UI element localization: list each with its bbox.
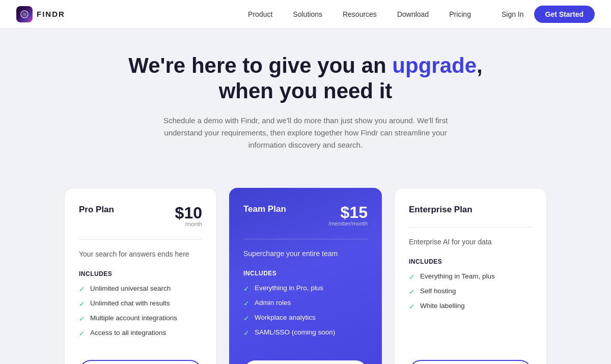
- plan-name-pro: Pro Plan: [79, 205, 114, 215]
- feature-text-ent-1: Everything in Team, plus: [420, 272, 495, 280]
- card-divider-enterprise: [409, 227, 532, 228]
- feature-team-2: ✓ Admin roles: [243, 299, 368, 307]
- includes-label-team: INCLUDES: [243, 270, 368, 277]
- feature-team-1: ✓ Everything in Pro, plus: [243, 284, 368, 293]
- pricing-card-pro: Pro Plan $10 /month Your search for answ…: [64, 188, 217, 364]
- feature-ent-1: ✓ Everything in Team, plus: [409, 272, 532, 281]
- card-divider-pro: [79, 239, 202, 240]
- feature-text-team-1: Everything in Pro, plus: [255, 284, 323, 292]
- price-block-pro: $10 /month: [175, 205, 202, 227]
- feature-text-ent-2: Self hosting: [420, 287, 456, 295]
- check-icon: ✓: [409, 273, 415, 281]
- features-list-team: ✓ Everything in Pro, plus ✓ Admin roles …: [243, 284, 368, 344]
- card-divider-team: [243, 239, 368, 239]
- feature-text-ent-3: White labelling: [420, 302, 465, 310]
- get-started-button[interactable]: Get Started: [534, 6, 595, 23]
- check-icon: ✓: [409, 302, 415, 311]
- hero-title-comma: ,: [477, 53, 483, 77]
- feature-text-team-3: Workplace analytics: [255, 314, 316, 321]
- check-icon: ✓: [79, 315, 85, 323]
- features-list-enterprise: ✓ Everything in Team, plus ✓ Self hostin…: [409, 272, 532, 344]
- price-amount-team: $15: [341, 203, 368, 221]
- nav-product[interactable]: Product: [248, 10, 272, 18]
- feature-text-pro-1: Unlimited universal search: [90, 285, 171, 292]
- hero-subtitle: Schedule a demo with Findr, and we'll do…: [148, 115, 463, 151]
- nav-resources[interactable]: Resources: [343, 10, 377, 18]
- check-icon: ✓: [79, 300, 85, 308]
- check-icon: ✓: [243, 314, 249, 322]
- feature-text-pro-4: Access to all integrations: [90, 329, 166, 337]
- check-icon: ✓: [409, 288, 415, 296]
- pricing-section: Pro Plan $10 /month Your search for answ…: [0, 167, 611, 364]
- check-icon: ✓: [243, 299, 249, 307]
- check-icon: ✓: [79, 285, 85, 293]
- check-icon: ✓: [243, 285, 249, 293]
- check-icon: ✓: [243, 329, 249, 337]
- nav-pricing[interactable]: Pricing: [449, 10, 471, 18]
- logo-inner-circle: [20, 10, 29, 18]
- feature-pro-4: ✓ Access to all integrations: [79, 329, 202, 338]
- plan-name-enterprise: Enterprise Plan: [409, 205, 473, 215]
- logo-text: FINDR: [37, 10, 65, 18]
- feature-pro-3: ✓ Multiple account integrations: [79, 314, 202, 323]
- card-header-enterprise: Enterprise Plan: [409, 205, 532, 215]
- nav-right: Sign In Get Started: [502, 6, 595, 23]
- nav-download[interactable]: Download: [397, 10, 429, 18]
- includes-label-enterprise: INCLUDES: [409, 258, 532, 265]
- nav-links: Product Solutions Resources Download Pri…: [248, 10, 471, 18]
- feature-text-team-2: Admin roles: [255, 299, 291, 306]
- sign-in-button[interactable]: Sign In: [502, 10, 524, 18]
- price-period-team: /member/month: [328, 220, 368, 227]
- check-icon: ✓: [79, 329, 85, 338]
- navbar: FINDR Product Solutions Resources Downlo…: [0, 0, 611, 29]
- includes-label-pro: INCLUDES: [79, 270, 202, 277]
- hero-title-line2: when you need it: [219, 79, 393, 103]
- feature-team-4: ✓ SAML/SSO (coming soon): [243, 328, 368, 337]
- pricing-card-enterprise: Enterprise Plan Enterprise AI for your d…: [394, 188, 547, 364]
- hero-title: We're here to give you an upgrade, when …: [16, 53, 595, 104]
- enterprise-cta-button[interactable]: Contact Us: [409, 360, 532, 364]
- team-cta-button[interactable]: Contact Us: [243, 360, 368, 364]
- nav-solutions[interactable]: Solutions: [293, 10, 322, 18]
- feature-text-team-4: SAML/SSO (coming soon): [255, 328, 335, 336]
- plan-tagline-pro: Your search for answers ends here: [79, 250, 202, 258]
- hero-title-highlight: upgrade: [392, 53, 477, 77]
- card-header-pro: Pro Plan $10 /month: [79, 205, 202, 227]
- feature-text-pro-3: Multiple account integrations: [90, 314, 177, 322]
- pro-cta-button[interactable]: Start 14 day free trial: [79, 360, 202, 364]
- features-list-pro: ✓ Unlimited universal search ✓ Unlimited…: [79, 285, 202, 344]
- pricing-card-team: Team Plan $15 /member/month Supercharge …: [229, 188, 382, 364]
- card-header-team: Team Plan $15 /member/month: [243, 204, 368, 227]
- plan-tagline-team: Supercharge your entire team: [243, 249, 368, 258]
- feature-pro-1: ✓ Unlimited universal search: [79, 285, 202, 293]
- feature-ent-3: ✓ White labelling: [409, 302, 532, 311]
- logo-icon: [16, 6, 33, 22]
- price-amount-pro: $10: [175, 204, 202, 222]
- feature-team-3: ✓ Workplace analytics: [243, 314, 368, 322]
- feature-pro-2: ✓ Unlimited chat with results: [79, 299, 202, 308]
- feature-ent-2: ✓ Self hosting: [409, 287, 532, 296]
- hero-title-part1: We're here to give you an: [128, 53, 392, 77]
- plan-tagline-enterprise: Enterprise AI for your data: [409, 238, 532, 246]
- price-block-team: $15 /member/month: [328, 204, 368, 227]
- logo: FINDR: [16, 6, 65, 22]
- plan-name-team: Team Plan: [243, 204, 286, 214]
- feature-text-pro-2: Unlimited chat with results: [90, 299, 170, 307]
- hero-section: We're here to give you an upgrade, when …: [0, 29, 611, 167]
